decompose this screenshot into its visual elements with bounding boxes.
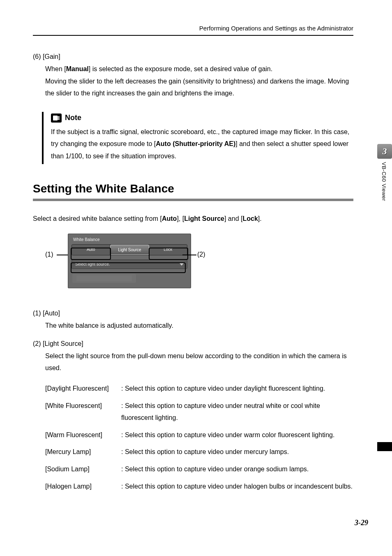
item-6-body: When [Manual] is selected as the exposur…	[45, 63, 353, 75]
def-auto: (1) [Auto] The white balance is adjusted…	[33, 310, 353, 332]
note-icon	[51, 114, 62, 123]
def-1-body: The white balance is adjusted automatica…	[45, 320, 353, 332]
ls-row-mercury-lamp: [Mercury Lamp] : Select this option to c…	[45, 446, 353, 458]
callout-outline-auto	[71, 248, 111, 260]
callout-2: (2)	[197, 251, 205, 258]
def-2-num: (2)	[33, 340, 41, 347]
intro-text: Select a desired white balance setting f…	[33, 213, 353, 225]
ls-row-white-fluorescent: [White Fluorescent] : Select this option…	[45, 400, 353, 424]
def-2-body: Select the light source from the pull-do…	[45, 350, 353, 374]
ls-val: : Select this option to capture video un…	[121, 446, 353, 458]
item-6-title: [Gain]	[43, 53, 60, 60]
ls-row-sodium-lamp: [Sodium Lamp] : Select this option to ca…	[45, 463, 353, 475]
bold-lock: Lock	[242, 215, 258, 222]
ls-key: [Sodium Lamp]	[45, 463, 121, 475]
header-rule	[33, 35, 353, 36]
ls-row-warm-fluorescent: [Warm Fluorescent] : Select this option …	[45, 429, 353, 441]
text: Select a desired white balance setting f…	[33, 215, 162, 222]
def-1-num: (1)	[33, 310, 41, 317]
section-heading-white-balance: Setting the White Balance	[33, 182, 353, 195]
ls-row-daylight-fluorescent: [Daylight Fluorescent] : Select this opt…	[45, 382, 353, 395]
bold-manual: Manual	[66, 65, 89, 72]
bold-auto-ae: Auto (Shutter-priority AE)	[156, 140, 235, 147]
def-light-source: (2) [Light Source] Select the light sour…	[33, 340, 353, 374]
chapter-side-tab: 3 VB-C60 Viewer	[377, 144, 392, 201]
item-6-body-2: Moving the slider to the left decreases …	[45, 75, 353, 100]
bold-light-source: Light Source	[184, 215, 224, 222]
ls-key: [Warm Fluorescent]	[45, 429, 121, 441]
text: ] and [	[224, 215, 242, 222]
text: If the subject is a traffic signal, elec…	[51, 128, 312, 135]
section-gain: (6) [Gain] When [Manual] is selected as …	[33, 53, 353, 100]
side-marker	[377, 442, 392, 451]
item-6-num: (6)	[33, 53, 41, 60]
text: ], [	[177, 215, 184, 222]
heading-rule	[33, 199, 353, 201]
def-1-title: [Auto]	[43, 310, 60, 317]
item-6-heading: (6) [Gain]	[33, 53, 353, 60]
note-box: Note If the subject is a traffic signal,…	[42, 112, 353, 164]
text: When [	[45, 65, 66, 72]
note-body: If the subject is a traffic signal, elec…	[51, 126, 353, 162]
chapter-number-badge: 3	[377, 144, 392, 159]
ls-val: : Select this option to capture video un…	[121, 400, 353, 424]
white-balance-panel: White Balance Auto Light Source Lock Sel…	[68, 234, 191, 288]
text: ].	[258, 215, 262, 222]
ls-val: : Select this option to capture video un…	[121, 463, 353, 475]
light-source-options: [Daylight Fluorescent] : Select this opt…	[45, 382, 353, 492]
chapter-label: VB-C60 Viewer	[381, 162, 387, 201]
wb-tab-light-source[interactable]: Light Source	[110, 245, 149, 255]
callout-1: (1)	[45, 251, 53, 258]
bold-auto: Auto	[162, 215, 177, 222]
def-2-title: [Light Source]	[43, 340, 83, 347]
page-number: 3-29	[355, 519, 368, 527]
ls-key: [Mercury Lamp]	[45, 446, 121, 458]
ls-val: : Select this option to capture video un…	[121, 480, 353, 493]
callout-outline-lock	[149, 248, 188, 260]
callout-line-2	[182, 255, 196, 255]
ls-val: : Select this option to capture video un…	[121, 429, 353, 441]
ls-key: [White Fluorescent]	[45, 400, 121, 424]
disabled-button	[72, 274, 136, 283]
note-label: Note	[65, 114, 81, 122]
running-header: Performing Operations and Settings as th…	[33, 25, 353, 32]
ls-key: [Daylight Fluorescent]	[45, 382, 121, 395]
white-balance-ui-figure: (1) White Balance Auto Light Source Lock…	[45, 234, 353, 297]
callout-outline-dropdown	[71, 262, 186, 273]
ls-key: [Halogen Lamp]	[45, 480, 121, 493]
text: ] is selected as the exposure mode, set …	[89, 65, 272, 72]
panel-title: White Balance	[71, 234, 187, 244]
ls-row-halogen-lamp: [Halogen Lamp] : Select this option to c…	[45, 480, 353, 493]
ls-val: : Select this option to capture video un…	[121, 382, 353, 395]
